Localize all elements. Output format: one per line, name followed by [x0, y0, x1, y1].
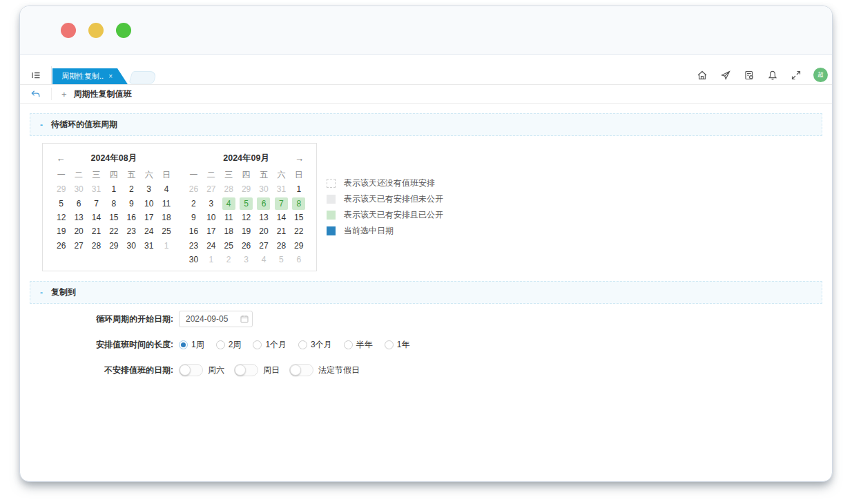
- calendar-day[interactable]: 16: [185, 224, 202, 238]
- calendar-day[interactable]: 2: [220, 253, 238, 266]
- calendar-day[interactable]: 21: [88, 224, 105, 238]
- collapse-section-icon[interactable]: -: [40, 288, 43, 298]
- calendar-day[interactable]: 6: [290, 253, 307, 266]
- calendar-day[interactable]: 17: [140, 211, 157, 224]
- calendar-day[interactable]: 8: [105, 196, 122, 210]
- toggle-switch[interactable]: [289, 364, 313, 376]
- calendar-next-icon[interactable]: →: [291, 153, 307, 164]
- calendar-day[interactable]: 2: [123, 182, 140, 196]
- calendar-day[interactable]: 26: [52, 239, 70, 253]
- document-icon[interactable]: [743, 69, 755, 81]
- calendar-day[interactable]: 30: [255, 182, 272, 196]
- calendar-day[interactable]: 14: [273, 211, 290, 224]
- calendar-day[interactable]: 29: [290, 239, 307, 253]
- calendar-day[interactable]: 4: [255, 253, 272, 266]
- calendar-day[interactable]: 5: [238, 196, 255, 210]
- toggle-switch[interactable]: [179, 364, 203, 376]
- calendar-day[interactable]: 20: [255, 224, 272, 238]
- calendar-day[interactable]: 11: [157, 196, 175, 210]
- calendar-day[interactable]: 28: [88, 239, 105, 253]
- calendar-day[interactable]: 26: [238, 239, 255, 253]
- calendar-day[interactable]: 1: [105, 182, 122, 196]
- calendar-day[interactable]: 27: [202, 182, 220, 196]
- calendar-day[interactable]: 29: [52, 182, 70, 196]
- calendar-day[interactable]: 7: [273, 196, 290, 210]
- calendar-day[interactable]: 25: [220, 239, 238, 253]
- tab-periodic-copy[interactable]: 周期性复制.. ×: [52, 68, 128, 84]
- calendar-prev-icon[interactable]: ←: [52, 153, 69, 164]
- duration-radio-option[interactable]: 1个月: [253, 339, 287, 351]
- calendar-day[interactable]: 13: [70, 211, 87, 224]
- calendar-day[interactable]: 5: [52, 196, 70, 210]
- calendar-day[interactable]: 30: [123, 239, 140, 253]
- tab-close-icon[interactable]: ×: [108, 72, 113, 80]
- calendar-day[interactable]: 27: [255, 239, 272, 253]
- home-icon[interactable]: [696, 69, 708, 81]
- calendar-day[interactable]: 23: [185, 239, 202, 253]
- calendar-day[interactable]: 3: [202, 196, 220, 210]
- back-button[interactable]: [20, 88, 52, 100]
- calendar-day[interactable]: 22: [290, 224, 307, 238]
- calendar-day[interactable]: 1: [202, 253, 220, 266]
- calendar-day[interactable]: 15: [105, 211, 122, 224]
- calendar-day[interactable]: 6: [70, 196, 87, 210]
- calendar-day[interactable]: 6: [255, 196, 272, 210]
- calendar-day[interactable]: 4: [157, 182, 175, 196]
- fullscreen-icon[interactable]: [790, 69, 802, 81]
- duration-radio-option[interactable]: 3个月: [298, 339, 332, 351]
- calendar-day[interactable]: 29: [105, 239, 122, 253]
- calendar-day[interactable]: 10: [202, 211, 220, 224]
- calendar-day[interactable]: 9: [123, 196, 140, 210]
- calendar-day[interactable]: 26: [185, 182, 202, 196]
- toggle-switch[interactable]: [234, 364, 258, 376]
- duration-radio-option[interactable]: 半年: [344, 339, 373, 351]
- calendar-day[interactable]: 31: [88, 182, 105, 196]
- calendar-day[interactable]: 20: [70, 224, 87, 238]
- calendar-day[interactable]: 28: [220, 182, 238, 196]
- calendar-day[interactable]: 24: [202, 239, 220, 253]
- calendar-day[interactable]: 28: [273, 239, 290, 253]
- calendar-day[interactable]: 25: [157, 224, 175, 238]
- calendar-day[interactable]: 31: [140, 239, 157, 253]
- calendar-day[interactable]: 9: [185, 211, 202, 224]
- calendar-day[interactable]: 18: [220, 224, 238, 238]
- calendar-day[interactable]: 3: [238, 253, 255, 266]
- duration-radio-option[interactable]: 1周: [179, 339, 204, 351]
- calendar-day[interactable]: 30: [185, 253, 202, 266]
- calendar-day[interactable]: 14: [88, 211, 105, 224]
- calendar-day[interactable]: 31: [273, 182, 290, 196]
- calendar-day[interactable]: 29: [238, 182, 255, 196]
- collapse-menu-button[interactable]: [20, 66, 52, 84]
- calendar-day[interactable]: 1: [157, 239, 175, 253]
- calendar-day[interactable]: 7: [88, 196, 105, 210]
- calendar-day[interactable]: 4: [220, 196, 238, 210]
- calendar-day[interactable]: 16: [123, 211, 140, 224]
- close-window-button[interactable]: [61, 23, 76, 38]
- calendar-day[interactable]: 19: [52, 224, 70, 238]
- calendar-day[interactable]: 8: [290, 196, 307, 210]
- duration-radio-option[interactable]: 2周: [216, 339, 242, 351]
- calendar-day[interactable]: 2: [185, 196, 202, 210]
- duration-radio-option[interactable]: 1年: [385, 339, 410, 351]
- calendar-day[interactable]: 22: [105, 224, 122, 238]
- calendar-day[interactable]: 23: [123, 224, 140, 238]
- calendar-day[interactable]: 24: [140, 224, 157, 238]
- calendar-day[interactable]: 15: [290, 211, 307, 224]
- calendar-day[interactable]: 12: [52, 211, 70, 224]
- calendar-day[interactable]: 30: [70, 182, 87, 196]
- calendar-day[interactable]: 21: [273, 224, 290, 238]
- calendar-day[interactable]: 10: [140, 196, 157, 210]
- maximize-window-button[interactable]: [116, 23, 131, 38]
- calendar-day[interactable]: 11: [220, 211, 238, 224]
- calendar-day[interactable]: 5: [273, 253, 290, 266]
- send-icon[interactable]: [719, 69, 731, 81]
- calendar-day[interactable]: 27: [70, 239, 87, 253]
- user-avatar[interactable]: 超: [813, 68, 828, 82]
- inactive-tab-stub[interactable]: [128, 71, 157, 84]
- minimize-window-button[interactable]: [88, 23, 104, 38]
- collapse-section-icon[interactable]: -: [40, 120, 43, 130]
- bell-icon[interactable]: [766, 69, 778, 81]
- calendar-day[interactable]: 12: [238, 211, 255, 224]
- calendar-day[interactable]: 3: [140, 182, 157, 196]
- calendar-day[interactable]: 19: [238, 224, 255, 238]
